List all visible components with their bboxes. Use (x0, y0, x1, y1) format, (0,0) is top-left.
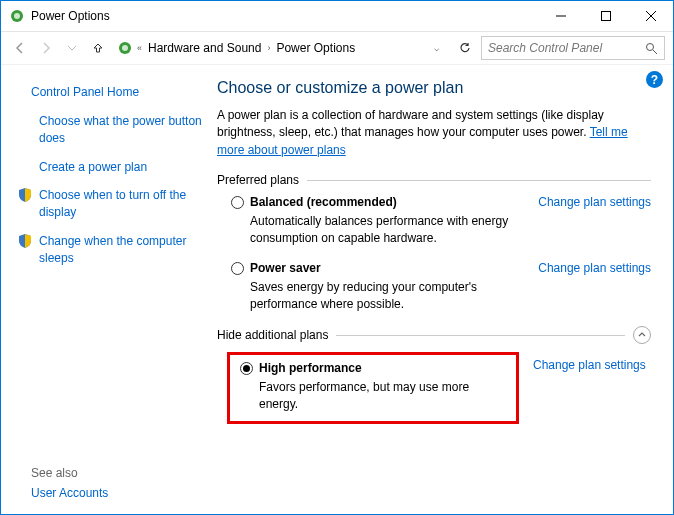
blank-icon (17, 159, 33, 175)
chevron-right-icon[interactable]: « (137, 43, 142, 53)
shield-icon (17, 187, 33, 203)
navbar: « Hardware and Sound › Power Options ⌵ S… (1, 31, 673, 65)
plan-description: Automatically balances performance with … (250, 213, 540, 247)
svg-point-1 (14, 13, 20, 19)
change-plan-settings-link[interactable]: Change plan settings (538, 195, 651, 209)
refresh-button[interactable] (453, 36, 477, 60)
search-input[interactable]: Search Control Panel (481, 36, 665, 60)
collapse-button[interactable] (633, 326, 651, 344)
search-placeholder: Search Control Panel (488, 41, 645, 55)
minimize-button[interactable] (538, 1, 583, 31)
divider (336, 335, 625, 336)
close-button[interactable] (628, 1, 673, 31)
maximize-button[interactable] (583, 1, 628, 31)
sidebar-item-power-button[interactable]: Choose what the power button does (17, 113, 203, 147)
address-bar[interactable]: « Hardware and Sound › Power Options ⌵ (113, 36, 449, 60)
shield-icon (17, 233, 33, 249)
window-title: Power Options (31, 9, 538, 23)
power-options-icon (9, 8, 25, 24)
radio-power-saver[interactable] (231, 262, 244, 275)
intro-text: A power plan is a collection of hardware… (217, 107, 651, 159)
sidebar: Control Panel Home Choose what the power… (1, 65, 211, 514)
plan-name[interactable]: Power saver (250, 261, 321, 275)
plan-description: Favors performance, but may use more ene… (259, 379, 506, 413)
window-buttons (538, 1, 673, 31)
change-plan-settings-link[interactable]: Change plan settings (533, 352, 646, 436)
recent-dropdown[interactable] (61, 37, 83, 59)
window: Power Options « Hardware and Sound › Pow… (0, 0, 674, 515)
hide-additional-header: Hide additional plans (217, 326, 651, 344)
divider (307, 180, 651, 181)
radio-balanced[interactable] (231, 196, 244, 209)
address-dropdown-icon[interactable]: ⌵ (428, 43, 445, 53)
sidebar-home-link[interactable]: Control Panel Home (31, 85, 203, 99)
plan-name[interactable]: Balanced (recommended) (250, 195, 397, 209)
svg-line-9 (653, 50, 657, 54)
plan-name[interactable]: High performance (259, 361, 362, 375)
plan-description: Saves energy by reducing your computer's… (250, 279, 540, 313)
content-body: ? Control Panel Home Choose what the pow… (1, 65, 673, 514)
sidebar-item-create-plan[interactable]: Create a power plan (17, 159, 203, 176)
up-button[interactable] (87, 37, 109, 59)
chevron-right-icon: › (267, 43, 270, 53)
sidebar-item-computer-sleeps[interactable]: Change when the computer sleeps (17, 233, 203, 267)
preferred-plans-header: Preferred plans (217, 173, 651, 187)
plan-balanced: Balanced (recommended) Change plan setti… (231, 195, 651, 247)
plan-power-saver: Power saver Change plan settings Saves e… (231, 261, 651, 313)
plan-high-performance-row: High performance Favors performance, but… (217, 352, 651, 436)
main-panel: Choose or customize a power plan A power… (211, 65, 673, 514)
titlebar: Power Options (1, 1, 673, 31)
breadcrumb-power[interactable]: Power Options (274, 41, 357, 55)
help-button[interactable]: ? (646, 71, 663, 88)
breadcrumb-hardware[interactable]: Hardware and Sound (146, 41, 263, 55)
page-heading: Choose or customize a power plan (217, 79, 651, 97)
svg-point-8 (647, 43, 654, 50)
search-icon (645, 42, 658, 55)
forward-button[interactable] (35, 37, 57, 59)
radio-high-performance[interactable] (240, 362, 253, 375)
sidebar-item-display-off[interactable]: Choose when to turn off the display (17, 187, 203, 221)
blank-icon (17, 113, 33, 129)
svg-rect-3 (601, 12, 610, 21)
see-also-user-accounts[interactable]: User Accounts (31, 486, 108, 500)
back-button[interactable] (9, 37, 31, 59)
see-also-label: See also (31, 466, 78, 480)
svg-point-7 (122, 45, 128, 51)
power-options-icon (117, 40, 133, 56)
change-plan-settings-link[interactable]: Change plan settings (538, 261, 651, 275)
highlight-box: High performance Favors performance, but… (227, 352, 519, 424)
